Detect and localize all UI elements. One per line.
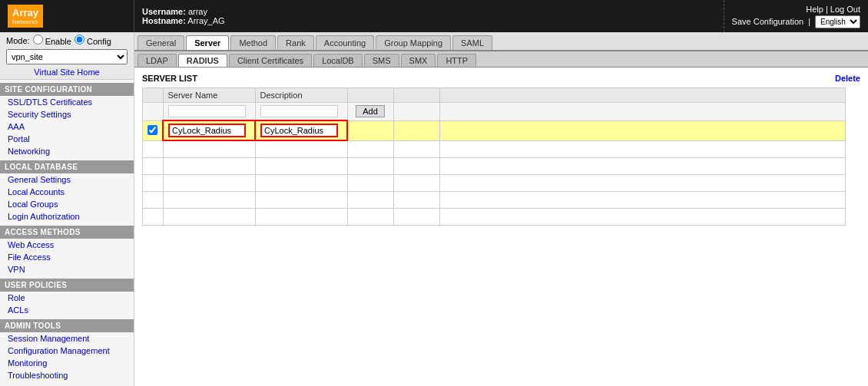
server-list-title: SERVER LIST Delete (142, 74, 860, 83)
main-tab-saml[interactable]: SAML (452, 35, 492, 50)
content-area: GeneralServerMethodRankAccountingGroup M… (134, 32, 868, 386)
add-row-description-cell (255, 103, 347, 121)
row-extra-cell1 (347, 120, 393, 140)
add-row-extra2 (439, 103, 846, 121)
sidebar-link-4-0[interactable]: Session Management (0, 332, 134, 345)
header-actions: Help | Log Out Save Configuration | Engl… (724, 0, 868, 32)
sidebar-link-0-2[interactable]: AAA (0, 120, 134, 133)
sub-tab-smx[interactable]: SMX (401, 54, 436, 67)
enable-radio-label[interactable]: Enable (33, 35, 71, 46)
col-add-header (347, 88, 393, 103)
username-label: Username: (142, 7, 186, 16)
row-description-cell (255, 120, 347, 140)
language-select[interactable]: English (815, 15, 860, 28)
sidebar-link-1-1[interactable]: Local Accounts (0, 186, 134, 198)
sidebar-link-3-1[interactable]: ACLs (0, 304, 134, 316)
add-row-add-cell: Add (347, 103, 393, 121)
add-row-extra1 (393, 103, 439, 121)
sub-tabs-row: LDAPRADIUSClient CertificatesLocalDBSMSS… (134, 51, 868, 68)
sidebar-link-1-3[interactable]: Login Authorization (0, 210, 134, 223)
main-tab-method[interactable]: Method (230, 35, 276, 50)
col-description-header: Description (255, 88, 347, 103)
server-table: Server Name Description (142, 87, 846, 226)
row-extra-cell3 (439, 120, 846, 140)
col-extra-header (393, 88, 439, 103)
empty-row-2 (143, 157, 846, 174)
mode-label: Mode: (6, 36, 30, 45)
site-selector[interactable]: vpn_site (6, 49, 128, 64)
sidebar-top: Mode: Enable Config vpn_site Virtual Sit… (0, 32, 134, 80)
server-list-heading: SERVER LIST (142, 74, 197, 83)
sidebar-link-4-1[interactable]: Configuration Management (0, 345, 134, 357)
empty-row-5 (143, 208, 846, 225)
delete-link[interactable]: Delete (835, 74, 860, 83)
col-server-name-header: Server Name (163, 88, 255, 103)
sidebar-link-2-1[interactable]: File Access (0, 251, 134, 263)
logout-link[interactable]: Log Out (830, 5, 860, 14)
sub-tab-radius[interactable]: RADIUS (178, 54, 227, 67)
virtual-site-home-link[interactable]: Virtual Site Home (6, 68, 128, 77)
main-tab-general[interactable]: General (137, 35, 184, 50)
help-link[interactable]: Help (806, 5, 823, 14)
row-checkbox[interactable] (147, 125, 157, 135)
add-button[interactable]: Add (356, 105, 385, 117)
logo-brand: Array (12, 7, 38, 18)
hostname-label: Hostname: (142, 16, 186, 25)
sub-tab-sms[interactable]: SMS (364, 54, 399, 67)
main-tabs-row: GeneralServerMethodRankAccountingGroup M… (134, 32, 868, 51)
sidebar-link-4-2[interactable]: Monitoring (0, 357, 134, 369)
sidebar-section-header-3: USER POLICIES (0, 279, 134, 292)
sidebar-link-2-2[interactable]: VPN (0, 263, 134, 275)
sidebar-section-header-0: SITE CONFIGURATION (0, 83, 134, 96)
header-info: Username: array Hostname: Array_AG (134, 0, 724, 32)
row-checkbox-cell (143, 120, 164, 140)
add-description-input[interactable] (260, 105, 339, 117)
save-configuration-link[interactable]: Save Configuration (732, 17, 804, 26)
sub-tab-http[interactable]: HTTP (437, 54, 476, 67)
sidebar-section-header-1: LOCAL DATABASE (0, 160, 134, 173)
sidebar-link-4-3[interactable]: Troubleshooting (0, 369, 134, 381)
col-fill-header (439, 88, 846, 103)
sidebar-link-1-0[interactable]: General Settings (0, 173, 134, 186)
logo-box: Array Networks (8, 5, 43, 28)
sidebar-link-0-1[interactable]: Security Settings (0, 108, 134, 120)
main-tab-rank[interactable]: Rank (277, 35, 314, 50)
sidebar-link-0-4[interactable]: Networking (0, 145, 134, 157)
row-description-input[interactable] (260, 124, 338, 137)
sidebar-section-header-2: ACCESS METHODS (0, 226, 134, 239)
sidebar-link-3-0[interactable]: Role (0, 292, 134, 304)
empty-row-4 (143, 191, 846, 208)
username-value: array (188, 7, 207, 16)
empty-row-3 (143, 174, 846, 191)
hostname-value: Array_AG (187, 16, 224, 25)
add-row-server-name-cell (163, 103, 255, 121)
add-row: Add (143, 103, 846, 121)
config-radio-label[interactable]: Config (75, 35, 111, 46)
add-row-checkbox-cell (143, 103, 164, 121)
server-list-area: SERVER LIST Delete Server Name Descripti… (134, 68, 868, 232)
sidebar-link-2-0[interactable]: Web Access (0, 239, 134, 251)
sidebar-link-1-2[interactable]: Local Groups (0, 198, 134, 210)
main-tab-group-mapping[interactable]: Group Mapping (376, 35, 451, 50)
add-server-name-input[interactable] (168, 105, 247, 117)
sidebar-sections: SITE CONFIGURATIONSSL/DTLS CertificatesS… (0, 83, 134, 381)
logo-sub: Networks (12, 18, 38, 25)
sub-tab-client-certificates[interactable]: Client Certificates (229, 54, 312, 67)
sidebar-link-0-0[interactable]: SSL/DTLS Certificates (0, 96, 134, 108)
row-server-name-cell (163, 120, 255, 140)
row-extra-cell2 (393, 120, 439, 140)
sidebar-link-0-3[interactable]: Portal (0, 133, 134, 145)
sub-tab-ldap[interactable]: LDAP (137, 54, 177, 67)
sub-tab-localdb[interactable]: LocalDB (313, 54, 363, 67)
config-radio[interactable] (75, 35, 84, 45)
sidebar: Mode: Enable Config vpn_site Virtual Sit… (0, 32, 134, 386)
main-tab-server[interactable]: Server (186, 35, 229, 50)
logo-area: Array Networks (0, 0, 134, 32)
empty-row-1 (143, 140, 846, 157)
sidebar-section-header-4: ADMIN TOOLS (0, 319, 134, 332)
enable-radio[interactable] (33, 35, 43, 45)
col-checkbox (143, 88, 164, 103)
table-row (143, 120, 846, 140)
main-tab-accounting[interactable]: Accounting (316, 35, 374, 50)
row-server-name-input[interactable] (168, 124, 246, 137)
